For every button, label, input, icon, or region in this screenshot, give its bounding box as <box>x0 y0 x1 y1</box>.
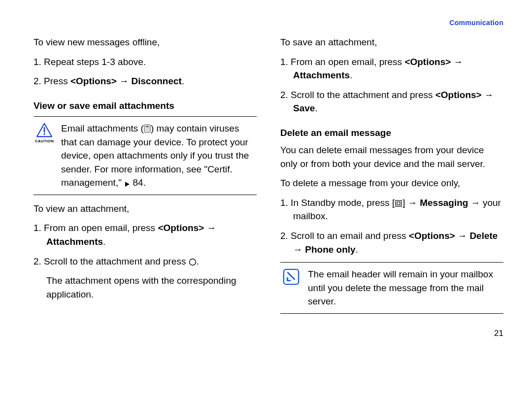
offline-step1: 1. Repeat steps 1-3 above. <box>33 55 257 69</box>
caution-icon: CAUTION <box>33 122 55 144</box>
text: . <box>182 76 184 86</box>
right-column: To save an attachment, 1. From an open e… <box>280 35 503 317</box>
arrow: → <box>482 90 494 100</box>
options-key: <Options> <box>409 231 455 241</box>
heading-delete: Delete an email message <box>280 126 503 140</box>
select-circle-icon <box>189 258 197 266</box>
save-step1: 1. From an open email, press <Options> →… <box>280 55 503 82</box>
svg-point-6 <box>189 259 196 265</box>
attachments-label: Attachments <box>46 236 103 247</box>
text: . <box>350 70 352 80</box>
svg-rect-4 <box>146 126 149 127</box>
heading-view-save: View or save email attachments <box>33 99 257 113</box>
divider <box>280 313 503 314</box>
arrow: → <box>451 57 463 67</box>
text: . <box>103 236 105 247</box>
arrow: → <box>455 231 470 241</box>
caution-label: CAUTION <box>35 138 54 144</box>
note-icon <box>280 267 302 285</box>
save-intro: To save an attachment, <box>280 35 503 49</box>
arrow: → <box>468 198 483 208</box>
delete-intro: You can delete email messages from your … <box>280 143 503 170</box>
options-key: <Options> <box>435 90 482 100</box>
divider <box>33 116 257 117</box>
section-header: Communication <box>33 19 503 27</box>
xref-arrow-icon <box>124 181 130 187</box>
text: 2. Scroll to an email and press <box>280 231 409 241</box>
caution-callout: CAUTION Email attachments () may contain… <box>33 120 257 192</box>
save-label: Save <box>293 103 315 113</box>
text: 1. From an open email, press <box>33 223 158 233</box>
arrow: → <box>293 244 305 255</box>
delete-step1: 1. In Standby mode, press [] → Messaging… <box>280 196 503 223</box>
divider <box>280 262 503 263</box>
phone-only-label: Phone only <box>305 244 355 255</box>
delete-condition: To delete a message from your device onl… <box>280 176 503 190</box>
note-text: The email header will remain in your mai… <box>308 267 503 308</box>
text: . <box>197 256 199 266</box>
svg-marker-5 <box>125 182 130 187</box>
svg-line-10 <box>288 273 294 279</box>
text: . <box>356 244 358 255</box>
options-key: <Options> <box>404 57 451 67</box>
svg-rect-8 <box>397 202 400 205</box>
text: 2. Scroll to the attachment and press <box>280 90 435 100</box>
delete-step2: 2. Scroll to an email and press <Options… <box>280 229 503 256</box>
divider <box>33 195 257 195</box>
text: ] → <box>402 198 420 208</box>
offline-step2: 2. Press <Options> → Disconnect. <box>33 74 257 88</box>
page-number: 21 <box>33 329 503 338</box>
offline-intro: To view new messages offline, <box>33 35 257 49</box>
view-step2: 2. Scroll to the attachment and press . <box>33 255 257 268</box>
options-key: <Options> <box>70 76 117 86</box>
text: 1. In Standby mode, press [ <box>280 198 395 208</box>
text: Email attachments ( <box>61 123 144 133</box>
text: 2. Press <box>33 76 70 86</box>
text: 1. From an open email, press <box>280 57 404 67</box>
view-intro: To view an attachment, <box>33 202 257 216</box>
view-step1: 1. From an open email, press <Options> →… <box>33 221 257 248</box>
svg-point-2 <box>43 133 45 135</box>
arrow: → <box>117 76 132 86</box>
svg-rect-7 <box>396 200 401 206</box>
messaging-label: Messaging <box>420 198 468 208</box>
text: 2. Scroll to the attachment and press <box>33 256 189 266</box>
save-step2: 2. Scroll to the attachment and press <O… <box>280 88 503 115</box>
text: . <box>315 103 317 113</box>
disconnect-label: Disconnect <box>132 76 182 86</box>
note-callout: The email header will remain in your mai… <box>280 266 503 310</box>
xref-page: 84. <box>130 177 146 188</box>
attachment-glyph-icon <box>144 124 151 133</box>
caution-text: Email attachments () may contain viruses… <box>61 122 257 190</box>
svg-rect-3 <box>144 125 150 133</box>
view-result: The attachment opens with the correspond… <box>33 274 257 301</box>
delete-label: Delete <box>469 231 498 241</box>
arrow: → <box>204 223 216 233</box>
options-key: <Options> <box>158 223 204 233</box>
left-column: To view new messages offline, 1. Repeat … <box>33 35 257 317</box>
attachments-label: Attachments <box>293 70 350 80</box>
menu-key-icon <box>395 200 402 207</box>
